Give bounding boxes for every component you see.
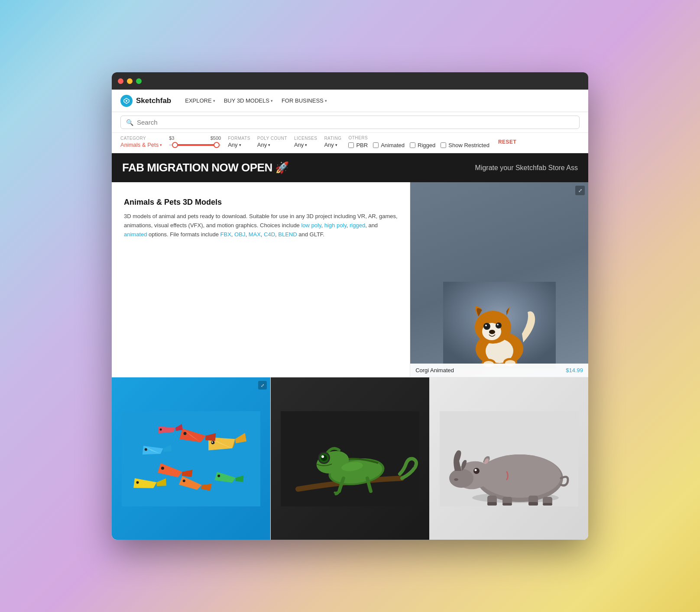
promo-banner: FAB MIGRATION NOW OPEN 🚀 Migrate your Sk… — [112, 153, 588, 182]
others-filter: OTHERS PBR Animated Rigged — [348, 135, 489, 148]
rating-dropdown[interactable]: Any ▾ — [324, 142, 341, 148]
link-high-poly[interactable]: high poly — [324, 222, 347, 229]
logo-area[interactable]: Sketchfab — [120, 95, 171, 107]
filter-bar: CATEGORY Animals & Pets ▾ $3 $500 — [112, 133, 588, 153]
category-dropdown[interactable]: Animals & Pets ▾ — [120, 142, 162, 148]
link-c4d[interactable]: C4D — [264, 231, 275, 238]
svg-rect-72 — [543, 503, 552, 506]
price-labels: $3 $500 — [169, 135, 221, 141]
link-fbx[interactable]: FBX — [220, 231, 231, 238]
price-slider[interactable] — [169, 142, 221, 148]
chameleon-svg — [281, 411, 419, 506]
range-thumb-left[interactable] — [172, 142, 178, 148]
link-blend[interactable]: BLEND — [278, 231, 297, 238]
fish-image — [112, 377, 270, 540]
reset-button[interactable]: RESET — [496, 139, 519, 145]
browser-content: Sketchfab EXPLORE ▾ BUY 3D MODELS ▾ FOR … — [112, 90, 588, 540]
fish-thumbnail[interactable]: ⤢ — [112, 377, 271, 540]
svg-rect-69 — [487, 502, 497, 506]
corgi-image — [410, 182, 588, 377]
search-input[interactable] — [137, 119, 574, 126]
search-wrap[interactable]: 🔍 — [120, 116, 580, 129]
nav-item-buy[interactable]: BUY 3D MODELS ▾ — [220, 95, 276, 106]
rhino-image — [430, 377, 588, 540]
info-body: 3D models of animal and pets ready to do… — [124, 212, 398, 239]
svg-point-8 — [485, 325, 487, 326]
poly-count-dropdown[interactable]: Any ▾ — [257, 142, 287, 148]
price-range-filter: $3 $500 — [169, 135, 221, 148]
rhino-thumbnail[interactable] — [430, 377, 588, 540]
svg-point-63 — [473, 468, 480, 474]
svg-point-12 — [489, 330, 495, 334]
expand-icon[interactable]: ⤢ — [575, 186, 585, 195]
close-button[interactable] — [118, 78, 123, 84]
licenses-filter: LICENSES Any ▾ — [294, 136, 317, 148]
nav-links: EXPLORE ▾ BUY 3D MODELS ▾ FOR BUSINESS ▾ — [181, 95, 330, 106]
top-row: Animals & Pets 3D Models 3D models of an… — [112, 182, 588, 377]
link-rigged[interactable]: rigged — [350, 222, 365, 229]
pbr-checkbox[interactable] — [348, 142, 354, 148]
title-bar — [112, 72, 588, 90]
chevron-down-icon: ▾ — [305, 143, 307, 147]
svg-rect-70 — [502, 503, 512, 506]
svg-rect-71 — [528, 502, 538, 506]
corgi-product-card[interactable]: ⤢ Corgi Animated $14.99 — [410, 182, 588, 377]
chevron-down-icon: ▾ — [325, 99, 327, 103]
rigged-checkbox[interactable] — [410, 142, 415, 148]
show-restricted-checkbox[interactable] — [441, 142, 446, 148]
nav-item-explore[interactable]: EXPLORE ▾ — [181, 95, 218, 106]
chevron-down-icon: ▾ — [239, 143, 241, 147]
rhino-svg — [440, 411, 578, 506]
product-name: Corgi Animated — [415, 367, 454, 374]
chevron-down-icon: ▾ — [271, 99, 273, 103]
chevron-down-icon: ▾ — [213, 99, 215, 103]
chameleon-thumbnail[interactable] — [271, 377, 430, 540]
chevron-down-icon: ▾ — [335, 143, 337, 147]
svg-point-61 — [449, 469, 473, 488]
sketchfab-logo-icon — [120, 95, 133, 107]
licenses-dropdown[interactable]: Any ▾ — [294, 142, 317, 148]
svg-point-62 — [454, 478, 458, 481]
range-thumb-right[interactable] — [214, 142, 220, 148]
corgi-svg — [443, 282, 556, 368]
link-max[interactable]: MAX — [249, 231, 261, 238]
pbr-checkbox-label[interactable]: PBR — [348, 142, 368, 148]
expand-icon[interactable]: ⤢ — [258, 381, 267, 390]
product-price: $14.99 — [566, 367, 583, 374]
svg-point-11 — [497, 324, 499, 325]
banner-title: FAB MIGRATION NOW OPEN 🚀 — [122, 161, 289, 174]
range-fill — [173, 144, 218, 146]
main-content: Animals & Pets 3D Models 3D models of an… — [112, 182, 588, 540]
svg-point-0 — [126, 100, 127, 102]
nav-bar: Sketchfab EXPLORE ▾ BUY 3D MODELS ▾ FOR … — [112, 90, 588, 112]
fish-svg — [122, 411, 260, 506]
svg-point-54 — [321, 455, 324, 458]
nav-item-business[interactable]: FOR BUSINESS ▾ — [278, 95, 331, 106]
maximize-button[interactable] — [136, 78, 142, 84]
chevron-down-icon: ▾ — [160, 143, 162, 147]
formats-dropdown[interactable]: Any ▾ — [228, 142, 250, 148]
link-animated[interactable]: animated — [124, 231, 147, 238]
show-restricted-checkbox-label[interactable]: Show Restricted — [441, 142, 489, 148]
animated-checkbox-label[interactable]: Animated — [373, 142, 405, 148]
search-icon: 🔍 — [126, 119, 133, 126]
formats-filter: FORMATS Any ▾ — [228, 136, 250, 148]
bottom-row: ⤢ — [112, 377, 588, 540]
banner-subtitle: Migrate your Sketchfab Store Ass — [475, 164, 578, 172]
animated-checkbox[interactable] — [373, 142, 379, 148]
info-card: Animals & Pets 3D Models 3D models of an… — [112, 182, 410, 377]
minimize-button[interactable] — [127, 78, 133, 84]
poly-count-filter: POLY COUNT Any ▾ — [257, 136, 287, 148]
rigged-checkbox-label[interactable]: Rigged — [410, 142, 435, 148]
svg-point-7 — [485, 324, 489, 329]
rating-filter: RATING Any ▾ — [324, 136, 341, 148]
chevron-down-icon: ▾ — [268, 143, 270, 147]
category-filter: CATEGORY Animals & Pets ▾ — [120, 136, 162, 148]
svg-rect-17 — [122, 411, 260, 506]
svg-point-64 — [475, 469, 477, 471]
link-obj[interactable]: OBJ — [234, 231, 245, 238]
product-overlay: Corgi Animated $14.99 — [410, 364, 588, 377]
logo-text: Sketchfab — [136, 97, 171, 105]
search-bar: 🔍 — [112, 112, 588, 133]
link-low-poly[interactable]: low poly — [301, 222, 321, 229]
